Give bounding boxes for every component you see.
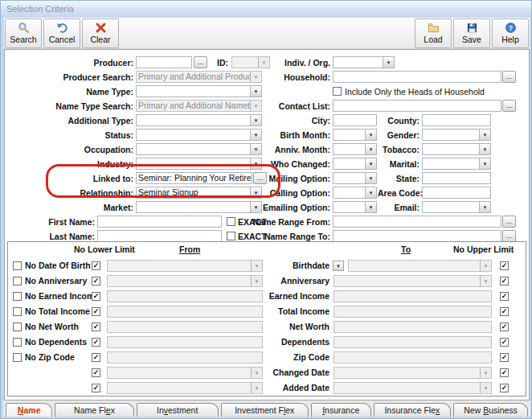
titlebar[interactable]: Selection Criteria bbox=[1, 1, 531, 17]
name-range-to-input[interactable] bbox=[333, 230, 501, 242]
dependents-to-input[interactable] bbox=[334, 336, 492, 348]
search-button[interactable]: Search bbox=[5, 18, 42, 48]
earned-income-no-lower-limit-checkbox[interactable]: ✓ bbox=[92, 292, 100, 301]
tab-name-flex[interactable]: Name Flex bbox=[55, 403, 133, 417]
county-input[interactable] bbox=[422, 114, 491, 126]
heads-of-household-label: Include Only the Heads of Household bbox=[345, 87, 485, 97]
tab-investment-flex[interactable]: Investment Flex bbox=[221, 403, 309, 417]
name-range-to-browse-button[interactable]: ... bbox=[502, 230, 516, 242]
tab-new-business[interactable]: New Business bbox=[453, 403, 528, 417]
load-button[interactable]: Load bbox=[415, 18, 452, 48]
total-income-from-input[interactable] bbox=[107, 306, 263, 318]
marital-label: Marital: bbox=[378, 159, 419, 169]
contact-list-browse-button[interactable]: ... bbox=[502, 100, 516, 112]
producer-input[interactable] bbox=[136, 56, 192, 68]
dependents-no-upper-limit-checkbox[interactable]: ✓ bbox=[500, 338, 509, 347]
producer-browse-button[interactable]: ... bbox=[194, 56, 207, 68]
tab-name[interactable]: Name bbox=[6, 403, 52, 417]
net-worth-no-upper-limit-checkbox[interactable]: ✓ bbox=[500, 322, 509, 331]
marital-select[interactable]: ▼ bbox=[422, 158, 491, 170]
changed-date-to-select[interactable]: ▼ bbox=[334, 367, 492, 379]
calling-option-select[interactable]: ▼ bbox=[333, 187, 377, 199]
anniversary-to-select[interactable]: ▼ bbox=[334, 275, 492, 287]
tab-insurance-flex[interactable]: Insurance Flex bbox=[374, 403, 452, 417]
anniversary-no-lower-limit-checkbox[interactable]: ✓ bbox=[92, 277, 100, 285]
net-worth-from-input[interactable] bbox=[107, 321, 263, 333]
changed-date-no-upper-limit-checkbox[interactable]: ✓ bbox=[500, 368, 509, 377]
indiv-org-select[interactable]: ▼ bbox=[333, 56, 395, 68]
zip-code-to-input[interactable] bbox=[334, 351, 492, 364]
contact-list-input[interactable] bbox=[333, 100, 501, 112]
birthdate-mode-dropdown[interactable]: ▼ bbox=[333, 261, 344, 271]
no-total-income-checkbox[interactable] bbox=[13, 307, 22, 316]
help-button[interactable]: ? Help bbox=[492, 18, 529, 48]
gender-select[interactable]: ▼ bbox=[422, 129, 491, 141]
save-button[interactable]: Save bbox=[453, 18, 490, 48]
added-date-no-lower-limit-checkbox[interactable]: ✓ bbox=[92, 384, 100, 392]
no-anniversary-label: No Anniversary bbox=[25, 275, 102, 287]
zip-code-from-input[interactable] bbox=[107, 351, 263, 364]
name-range-from-input[interactable] bbox=[333, 216, 501, 228]
cancel-button[interactable]: Cancel bbox=[43, 18, 80, 48]
additional-type-label: Additional Type: bbox=[7, 116, 133, 125]
birthdate-no-upper-limit-checkbox[interactable]: ✓ bbox=[500, 261, 509, 270]
tab-investment[interactable]: Investment bbox=[137, 403, 219, 417]
gender-label: Gender: bbox=[378, 130, 419, 140]
email-select[interactable]: ▼ bbox=[422, 201, 491, 213]
zip-code-no-upper-limit-checkbox[interactable]: ✓ bbox=[500, 353, 509, 362]
household-input[interactable] bbox=[333, 71, 501, 83]
anniversary-no-upper-limit-checkbox[interactable]: ✓ bbox=[500, 277, 509, 285]
city-input[interactable] bbox=[333, 114, 377, 126]
birthdate-to-select[interactable]: ▼ bbox=[348, 260, 492, 272]
dependents-no-lower-limit-checkbox[interactable]: ✓ bbox=[92, 338, 100, 347]
name-type-select[interactable]: ▼ bbox=[136, 85, 262, 97]
no-net-worth-checkbox[interactable] bbox=[13, 322, 22, 331]
mailing-option-label: Mailing Option: bbox=[210, 174, 330, 183]
chevron-down-icon: ▼ bbox=[365, 158, 376, 169]
birth-month-select[interactable]: ▼ bbox=[333, 129, 377, 141]
chevron-down-icon: ▼ bbox=[480, 368, 491, 378]
tobacco-select[interactable]: ▼ bbox=[422, 143, 491, 155]
state-input[interactable] bbox=[422, 172, 491, 184]
first-name-input[interactable] bbox=[97, 216, 222, 228]
emailing-option-select[interactable]: ▼ bbox=[333, 201, 377, 213]
no-earned-income-checkbox[interactable] bbox=[13, 292, 22, 301]
changed-date-from-select[interactable]: ▼ bbox=[107, 367, 263, 379]
no-dependents-checkbox[interactable] bbox=[13, 338, 22, 347]
added-date-from-select[interactable]: ▼ bbox=[107, 382, 263, 394]
indiv-org-label: Indiv. / Org. bbox=[210, 58, 330, 68]
net-worth-no-lower-limit-checkbox[interactable]: ✓ bbox=[92, 322, 100, 331]
total-income-to-input[interactable] bbox=[334, 306, 492, 318]
mailing-option-select[interactable]: ▼ bbox=[333, 172, 377, 184]
no-anniversary-checkbox[interactable] bbox=[13, 277, 22, 285]
anniv-month-select[interactable]: ▼ bbox=[333, 143, 377, 155]
birthdate-range-row: No Date Of Birth ✓ ▼ Birthdate ▼ ▼ ✓ bbox=[8, 260, 526, 272]
total-income-no-upper-limit-checkbox[interactable]: ✓ bbox=[500, 307, 509, 316]
earned-income-to-input[interactable] bbox=[334, 290, 492, 302]
added-date-no-upper-limit-checkbox[interactable]: ✓ bbox=[500, 384, 509, 392]
earned-income-range-row: No Earned Income ✓ Earned Income ✓ bbox=[8, 290, 526, 302]
changed-date-no-lower-limit-checkbox[interactable]: ✓ bbox=[92, 368, 100, 377]
dependents-from-input[interactable] bbox=[107, 336, 263, 348]
earned-income-no-upper-limit-checkbox[interactable]: ✓ bbox=[500, 292, 509, 301]
net-worth-to-input[interactable] bbox=[334, 321, 492, 333]
name-range-from-browse-button[interactable]: ... bbox=[502, 216, 516, 228]
birthdate-no-lower-limit-checkbox[interactable]: ✓ bbox=[92, 261, 100, 270]
total-income-no-lower-limit-checkbox[interactable]: ✓ bbox=[92, 307, 100, 316]
who-changed-select[interactable]: ▼ bbox=[333, 158, 377, 170]
last-name-input[interactable] bbox=[97, 230, 222, 242]
chevron-down-icon: ▼ bbox=[336, 264, 341, 269]
household-browse-button[interactable]: ... bbox=[502, 71, 516, 83]
birthdate-from-select[interactable]: ▼ bbox=[107, 260, 263, 272]
earned-income-from-input[interactable] bbox=[107, 290, 263, 302]
who-changed-marital-row: Who Changed: ▼ Marital: ▼ bbox=[210, 158, 523, 170]
no-date-of-birth-checkbox[interactable] bbox=[13, 261, 22, 270]
added-date-to-select[interactable]: ▼ bbox=[334, 382, 492, 394]
area-code-input[interactable] bbox=[422, 187, 491, 199]
zip-code-no-lower-limit-checkbox[interactable]: ✓ bbox=[92, 353, 100, 362]
clear-button[interactable]: Clear bbox=[82, 18, 119, 48]
anniversary-from-select[interactable]: ▼ bbox=[107, 275, 263, 287]
tab-insurance[interactable]: Insurance bbox=[311, 403, 371, 417]
no-zip-code-checkbox[interactable] bbox=[13, 353, 22, 362]
heads-of-household-checkbox[interactable] bbox=[333, 87, 342, 96]
